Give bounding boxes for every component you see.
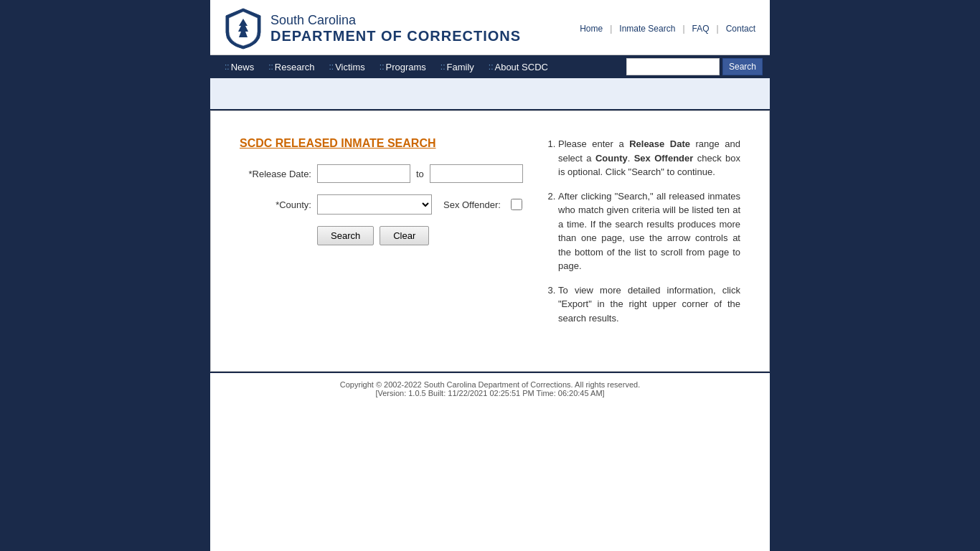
county-label: *County:: [240, 199, 311, 210]
release-date-from-input[interactable]: [317, 164, 410, 183]
nav-item-research[interactable]: Research: [261, 56, 321, 78]
clear-button[interactable]: Clear: [380, 226, 429, 245]
footer-copyright: Copyright © 2002-2022 South Carolina Dep…: [225, 380, 755, 389]
nav-item-family[interactable]: Family: [433, 56, 481, 78]
release-date-to-input[interactable]: [430, 164, 523, 183]
search-button[interactable]: Search: [317, 226, 374, 245]
nav-search-area: Search: [626, 55, 763, 78]
banner: [210, 78, 770, 110]
nav-item-news[interactable]: News: [217, 56, 261, 78]
sex-offender-label: Sex Offender:: [443, 199, 501, 210]
content-wrapper: SCDC RELEASED INMATE SEARCH *Release Dat…: [210, 110, 770, 372]
faq-link[interactable]: FAQ: [692, 24, 710, 34]
shield-logo-icon: [225, 7, 262, 50]
release-date-row: *Release Date: to: [240, 164, 532, 183]
nav-item-victims[interactable]: Victims: [322, 56, 372, 78]
nav-item-programs[interactable]: Programs: [372, 56, 433, 78]
inmate-search-link[interactable]: Inmate Search: [619, 24, 675, 34]
instruction-2: After clicking "Search," all released in…: [558, 189, 740, 273]
instruction-1: Please enter a Release Date range and se…: [558, 137, 740, 179]
nav-search-input[interactable]: [626, 58, 720, 75]
org-name-top: South Carolina: [270, 13, 521, 28]
to-label: to: [416, 169, 424, 179]
county-select[interactable]: [317, 194, 432, 215]
form-panel: SCDC RELEASED INMATE SEARCH *Release Dat…: [240, 137, 532, 335]
footer: Copyright © 2002-2022 South Carolina Dep…: [210, 372, 770, 405]
contact-link[interactable]: Contact: [726, 24, 755, 34]
footer-version: [Version: 1.0.5 Built: 11/22/2021 02:25:…: [225, 389, 755, 397]
org-name-bottom: DEPARTMENT OF CORRECTIONS: [270, 28, 521, 44]
button-row: Search Clear: [317, 226, 532, 245]
nav-search-button[interactable]: Search: [722, 58, 763, 75]
page-title: SCDC RELEASED INMATE SEARCH: [240, 137, 532, 150]
county-row: *County: Sex Offender:: [240, 194, 532, 215]
instruction-3: To view more detailed information, click…: [558, 283, 740, 326]
home-link[interactable]: Home: [580, 24, 603, 34]
nav-item-about[interactable]: About SCDC: [481, 56, 555, 78]
main-content: SCDC RELEASED INMATE SEARCH *Release Dat…: [225, 123, 755, 349]
sex-offender-checkbox[interactable]: [511, 199, 522, 210]
info-panel: Please enter a Release Date range and se…: [547, 137, 740, 335]
main-navigation: News Research Victims Programs Family Ab…: [210, 55, 770, 78]
release-date-label: *Release Date:: [240, 169, 311, 179]
